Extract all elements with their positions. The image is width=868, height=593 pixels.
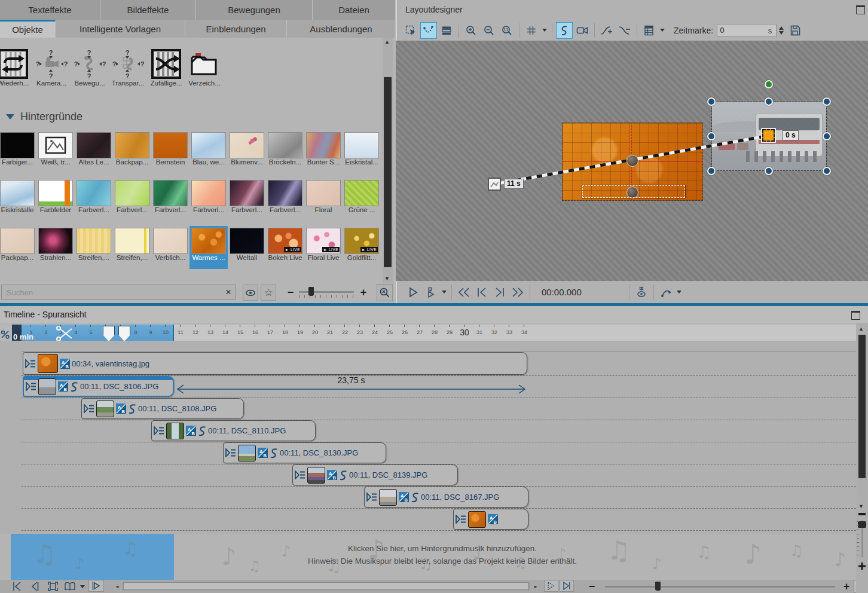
background-tile-farbverl[interactable]: Farbverl... (113, 178, 151, 221)
clip-transition-icon[interactable] (225, 448, 236, 457)
clip-ab-transition-icon[interactable]: AB (399, 492, 409, 502)
track-height-slider-thumb[interactable] (858, 521, 866, 528)
background-tile-verblich[interactable]: Verblich... (151, 226, 190, 269)
optimize-view-button[interactable] (45, 580, 60, 593)
tab-ausblendungen[interactable]: Ausblendungen (287, 20, 396, 38)
timeline-ruler[interactable]: 1234567891011121314151617181920212223242… (22, 325, 856, 341)
zoom-out-button[interactable] (481, 22, 497, 39)
mediapool-scroll-thumb[interactable] (384, 77, 392, 267)
object-item-wiederh[interactable]: Wiederh... (0, 48, 32, 87)
background-tile-farbverl[interactable]: Farbverl... (228, 178, 266, 221)
handle-mid-right[interactable] (823, 132, 831, 140)
handle-bottom-center[interactable] (765, 167, 773, 175)
timeline-clip-dsc-8167-jpg[interactable]: AB00:11, DSC_8167.JPG (364, 487, 528, 508)
clip-transition-icon[interactable] (366, 493, 377, 502)
clip-motion-curve-icon[interactable] (411, 492, 419, 503)
clip-ab-transition-icon[interactable]: AB (60, 359, 70, 369)
clip-ab-transition-icon[interactable]: AB (116, 404, 126, 414)
search-input[interactable] (1, 285, 236, 300)
handle-mid-left[interactable] (707, 132, 716, 140)
tab-intelligente-vorlagen[interactable]: Intelligente Vorlagen (56, 20, 185, 38)
clip-transition-icon[interactable] (154, 426, 164, 435)
save-keyframes-button[interactable] (787, 22, 803, 39)
clip-ab-transition-icon[interactable]: AB (58, 381, 68, 392)
background-tile-backpap[interactable]: Backpap... (113, 130, 151, 173)
rewind-button[interactable] (456, 284, 472, 301)
timeline-zoom-in-button[interactable]: + (842, 580, 851, 593)
text-placeholder-box[interactable] (582, 185, 685, 198)
clip-ab-transition-icon[interactable]: AB (327, 470, 337, 480)
keyframe-list-dropdown-icon[interactable] (660, 29, 665, 32)
handle-bottom-left[interactable] (707, 167, 716, 175)
mediapool-scrollbar[interactable]: ▲ ▼ (383, 38, 393, 283)
fade-in-keyframe-button[interactable] (598, 22, 615, 39)
tab-bewegungen[interactable]: Bewegungen (196, 0, 313, 20)
object-item-zufällige[interactable]: Zufällige... (147, 48, 185, 87)
camera-view-button[interactable] (574, 22, 591, 39)
background-tile-weiß-tr[interactable]: Weiß, tr... (36, 130, 75, 173)
timeline-clip-dsc-8139-jpg[interactable]: AB00:11, DSC_8139.JPG (292, 464, 458, 485)
timeline-hscroll-thumb[interactable] (123, 582, 528, 590)
path-start-marker[interactable] (488, 178, 501, 191)
background-tile-bröckeln[interactable]: Bröckeln... (266, 130, 304, 173)
tab-objekte[interactable]: Objekte (0, 20, 56, 38)
background-tile-farbverl[interactable]: Farbverl... (151, 178, 190, 221)
clip-transition-icon[interactable] (456, 515, 466, 524)
timeline-zoom-slider[interactable] (605, 586, 835, 588)
clip-ab-transition-icon[interactable]: AB (186, 426, 196, 436)
timeline-vscroll-thumb[interactable] (858, 335, 866, 478)
timeline-clip-untitled[interactable]: AB (453, 509, 528, 530)
spinner-up-icon[interactable] (779, 26, 784, 30)
fast-forward-button[interactable] (509, 284, 526, 301)
background-tile-eiskristalle[interactable]: Eiskristalle (0, 178, 36, 221)
goto-start-button[interactable] (10, 580, 24, 593)
clear-search-icon[interactable]: × (222, 286, 234, 299)
path-midpoint-node[interactable] (626, 155, 638, 167)
tab-dateien[interactable]: Dateien (313, 0, 396, 20)
handle-top-right[interactable] (823, 97, 831, 106)
collapse-triangle-icon[interactable] (6, 114, 14, 120)
clip-ab-transition-icon[interactable]: AB (488, 514, 498, 524)
background-tile-farbfelder[interactable]: Farbfelder (36, 178, 75, 221)
timeline-hscrollbar[interactable] (123, 582, 530, 591)
clip-motion-curve-icon[interactable] (128, 404, 136, 414)
tab-bildeffekte[interactable]: Bildeffekte (100, 0, 196, 20)
skip-object-button[interactable] (544, 580, 558, 592)
zoom-in-tiles-button[interactable]: + (359, 286, 368, 299)
previous-object-button[interactable] (27, 580, 42, 593)
rotation-handle[interactable] (765, 80, 773, 88)
play-range-button[interactable] (88, 580, 104, 592)
background-tile-packpap[interactable]: Packpap... (0, 226, 36, 269)
skip-to-end-button[interactable] (560, 580, 574, 592)
background-tile-strahlen[interactable]: Strahlen... (36, 226, 75, 269)
clip-motion-curve-icon[interactable] (339, 470, 347, 481)
tile-size-slider-thumb[interactable] (308, 287, 314, 296)
fade-out-keyframe-button[interactable] (616, 22, 633, 39)
next-frame-button[interactable] (491, 284, 508, 301)
timeline-maximize-icon[interactable] (851, 311, 860, 320)
track-height-minus-button[interactable] (858, 513, 866, 515)
favorites-button[interactable]: ☆ (261, 285, 276, 301)
mode-dropdown-icon[interactable] (80, 585, 85, 588)
scroll-up-icon[interactable]: ▲ (384, 39, 390, 45)
background-tile-farbverl[interactable]: Farbverl... (190, 178, 228, 221)
path-options-button[interactable] (658, 284, 674, 301)
clip-transition-icon[interactable] (25, 359, 36, 368)
marker-preview-button[interactable] (633, 284, 650, 301)
background-tile-bokeh-live[interactable]: ► LIVEBokeh Live (266, 226, 304, 269)
clip-motion-curve-icon[interactable] (198, 426, 206, 436)
layout-canvas[interactable]: 11 s 0 s (396, 41, 868, 281)
background-tile-farbiger[interactable]: Farbiger... (0, 130, 36, 173)
grid-dropdown-icon[interactable] (542, 29, 547, 32)
background-tile-warmes[interactable]: Warmes ... (190, 226, 228, 269)
storyboard-mode-button[interactable] (62, 580, 78, 593)
timeline-zoom-out-button[interactable]: − (587, 580, 597, 593)
preview-eye-button[interactable] (243, 285, 258, 301)
background-tile-streifen[interactable]: Streifen,... (113, 226, 151, 269)
background-tile-bernstein[interactable]: Bernstein (151, 130, 190, 173)
timeline-tool-icon-1[interactable] (1, 330, 11, 341)
spinner-down-icon[interactable] (779, 31, 784, 35)
keyframe-list-button[interactable] (641, 22, 658, 39)
zoom-section-button[interactable] (499, 22, 515, 39)
movement-curve-button[interactable] (556, 22, 573, 39)
